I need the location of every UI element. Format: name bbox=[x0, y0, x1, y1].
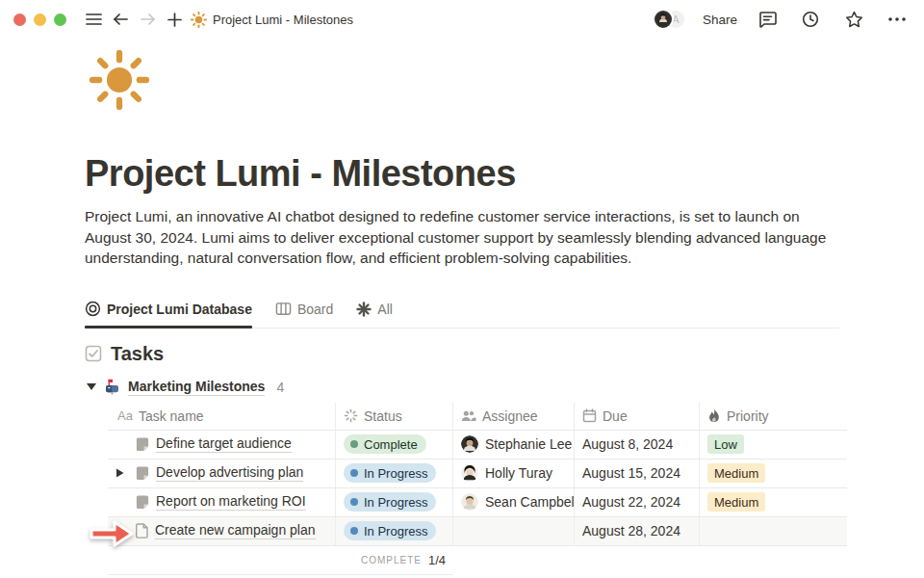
group-header-marketing-milestones[interactable]: Marketing Milestones 4 bbox=[87, 379, 839, 396]
due-cell[interactable]: August 28, 2024 bbox=[575, 517, 700, 545]
due-cell[interactable]: August 15, 2024 bbox=[575, 460, 700, 487]
tab-label: Project Lumi Database bbox=[107, 302, 252, 317]
text-property-icon: Aa bbox=[117, 408, 133, 423]
column-header-due[interactable]: Due bbox=[575, 403, 700, 430]
task-title[interactable]: Create new campaign plan bbox=[155, 522, 316, 539]
status-cell[interactable]: Complete bbox=[336, 431, 453, 459]
tab-all[interactable]: All bbox=[356, 301, 393, 328]
asterisk-icon bbox=[356, 302, 372, 317]
status-pill-complete[interactable]: Complete bbox=[344, 434, 426, 454]
status-dot bbox=[350, 498, 358, 506]
favorite-button[interactable] bbox=[840, 6, 867, 33]
flame-icon bbox=[707, 408, 721, 424]
page-content: Project Lumi - Milestones Project Lumi, … bbox=[85, 0, 839, 575]
group-count: 4 bbox=[276, 380, 284, 395]
column-header-assignee[interactable]: Assignee bbox=[453, 403, 575, 430]
priority-cell[interactable]: Medium bbox=[700, 488, 847, 516]
view-tabs: Project Lumi Database Board All bbox=[85, 301, 839, 328]
priority-tag-medium[interactable]: Medium bbox=[707, 492, 765, 512]
more-options-button[interactable] bbox=[884, 6, 911, 33]
tab-board[interactable]: Board bbox=[275, 301, 333, 328]
status-column-calculation[interactable]: COMPLETE 1/4 bbox=[108, 546, 453, 575]
column-header-priority[interactable]: Priority bbox=[700, 403, 847, 430]
status-pill-in-progress[interactable]: In Progress bbox=[344, 492, 436, 512]
calc-label: COMPLETE bbox=[361, 555, 422, 565]
table-row[interactable]: Report on marketing ROI In Progress Sean… bbox=[108, 488, 847, 517]
priority-tag-low[interactable]: Low bbox=[707, 434, 744, 454]
mailbox-icon bbox=[104, 379, 120, 395]
group-name[interactable]: Marketing Milestones bbox=[128, 379, 265, 396]
page-empty-icon bbox=[135, 523, 149, 539]
disclosure-triangle-icon[interactable] bbox=[87, 382, 96, 391]
ellipsis-icon bbox=[888, 17, 906, 21]
calc-value: 1/4 bbox=[428, 553, 446, 567]
tasks-table: Aa Task name Status Assignee Due bbox=[108, 403, 847, 575]
page-doc-icon bbox=[135, 465, 150, 481]
assignee-cell[interactable]: Holly Turay bbox=[453, 460, 575, 487]
assignee-avatar bbox=[461, 493, 478, 511]
task-cell[interactable]: Create new campaign plan bbox=[108, 517, 336, 545]
tab-label: All bbox=[377, 302, 393, 317]
board-view-icon bbox=[275, 301, 292, 317]
traffic-lights bbox=[13, 13, 66, 26]
priority-cell[interactable]: Medium bbox=[700, 460, 847, 487]
collaborator-avatars[interactable]: A bbox=[653, 9, 686, 30]
tab-project-lumi-database[interactable]: Project Lumi Database bbox=[85, 301, 252, 328]
task-cell[interactable]: Report on marketing ROI bbox=[108, 488, 336, 516]
column-header-status[interactable]: Status bbox=[336, 403, 453, 430]
table-header-row: Aa Task name Status Assignee Due bbox=[108, 403, 847, 431]
tasks-heading-label[interactable]: Tasks bbox=[111, 343, 164, 365]
page-description[interactable]: Project Lumi, an innovative AI chatbot d… bbox=[85, 206, 839, 269]
assignee-name: Holly Turay bbox=[485, 465, 552, 481]
task-cell[interactable]: Define target audience bbox=[108, 431, 336, 459]
assignee-avatar bbox=[461, 464, 478, 482]
tab-label: Board bbox=[297, 302, 333, 317]
status-cell[interactable]: In Progress bbox=[336, 488, 453, 516]
due-cell[interactable]: August 22, 2024 bbox=[575, 488, 700, 516]
status-burst-icon bbox=[344, 408, 358, 423]
star-icon bbox=[845, 11, 863, 28]
page-sun-icon[interactable] bbox=[90, 50, 149, 110]
tasks-section-heading: Tasks bbox=[85, 343, 839, 365]
status-dot bbox=[350, 440, 358, 448]
table-row[interactable]: Define target audience Complete Stephani… bbox=[108, 431, 847, 460]
expand-row-button[interactable] bbox=[110, 463, 129, 483]
status-cell[interactable]: In Progress bbox=[336, 460, 453, 487]
checkbox-icon bbox=[85, 345, 102, 362]
status-pill-in-progress[interactable]: In Progress bbox=[344, 521, 436, 540]
priority-tag-medium[interactable]: Medium bbox=[707, 463, 765, 483]
status-dot bbox=[350, 527, 358, 535]
assignee-cell-empty[interactable] bbox=[453, 517, 575, 545]
avatar bbox=[653, 9, 674, 30]
priority-cell[interactable]: Low bbox=[700, 431, 847, 459]
page-doc-icon bbox=[135, 494, 150, 510]
due-cell[interactable]: August 8, 2024 bbox=[575, 431, 700, 459]
minimize-window-button[interactable] bbox=[34, 13, 46, 26]
priority-cell-empty[interactable] bbox=[700, 517, 847, 545]
status-dot bbox=[350, 469, 358, 477]
column-header-task-name[interactable]: Aa Task name bbox=[108, 403, 336, 430]
assignee-cell[interactable]: Stephanie Lee bbox=[453, 431, 575, 459]
database-target-icon bbox=[85, 301, 101, 317]
table-row[interactable]: Create new campaign plan In Progress Aug… bbox=[108, 517, 847, 546]
people-icon bbox=[461, 409, 476, 423]
assignee-name: Sean Campbell bbox=[485, 494, 575, 510]
assignee-name: Stephanie Lee bbox=[485, 436, 572, 452]
assignee-cell[interactable]: Sean Campbell bbox=[453, 488, 575, 516]
task-title[interactable]: Report on marketing ROI bbox=[156, 493, 306, 511]
table-row[interactable]: Develop advertising plan In Progress Hol… bbox=[108, 460, 847, 488]
page-title[interactable]: Project Lumi - Milestones bbox=[85, 152, 839, 195]
task-title[interactable]: Define target audience bbox=[156, 435, 292, 453]
status-cell[interactable]: In Progress bbox=[336, 517, 453, 545]
task-title[interactable]: Develop advertising plan bbox=[156, 464, 303, 482]
zoom-window-button[interactable] bbox=[54, 13, 66, 26]
status-pill-in-progress[interactable]: In Progress bbox=[344, 463, 436, 483]
assignee-avatar bbox=[461, 435, 478, 453]
page-doc-icon bbox=[135, 436, 150, 452]
task-cell[interactable]: Develop advertising plan bbox=[108, 460, 336, 487]
pointer-arrow-icon bbox=[87, 517, 137, 550]
calendar-icon bbox=[582, 408, 597, 423]
close-window-button[interactable] bbox=[13, 13, 26, 26]
